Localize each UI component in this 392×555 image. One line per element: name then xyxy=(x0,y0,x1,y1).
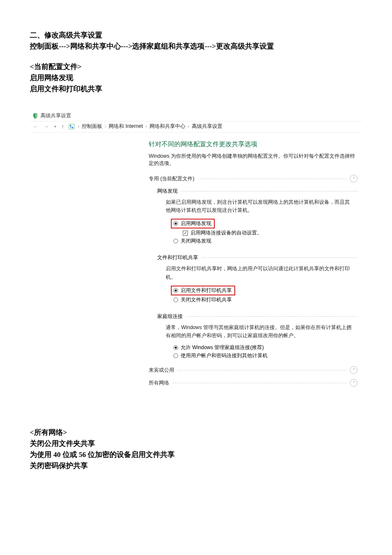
doc-close-password: 关闭密码保护共享 xyxy=(30,460,362,471)
divider-dots xyxy=(186,316,357,317)
doc-heading: 二、修改高级共享设置 xyxy=(30,30,362,41)
doc-close-public: 关闭公用文件夹共享 xyxy=(30,438,362,449)
profile-all-label: 所有网络 xyxy=(149,379,169,387)
radio-label: 关闭文件和打印机共享 xyxy=(181,296,232,304)
network-icon xyxy=(69,124,75,130)
checkbox-icon[interactable]: ✓ xyxy=(183,231,188,236)
screenshot-window: 高级共享设置 ← → ▾ ↑ › 控制面板 › 网络和 Internet › 网 xyxy=(30,111,362,396)
highlight-box-netdiscovery: 启用网络发现 xyxy=(171,219,215,228)
crumb-sep: › xyxy=(145,124,147,129)
address-bar: ← → ▾ ↑ › 控制面板 › 网络和 Internet › 网络和共享中心 … xyxy=(30,121,362,133)
nav-forward-icon[interactable]: → xyxy=(43,122,50,130)
radio-disable-discovery[interactable]: 关闭网络发现 xyxy=(173,237,357,245)
radio-icon[interactable] xyxy=(173,239,178,243)
doc-bottom: <所有网络> 关闭公用文件夹共享 为使用 40 位或 56 位加密的设备启用文件… xyxy=(30,427,362,471)
breadcrumb[interactable]: › 控制面板 › 网络和 Internet › 网络和共享中心 › 高级共享设置 xyxy=(78,123,222,130)
radio-label: 关闭网络发现 xyxy=(181,237,211,245)
divider-dots xyxy=(202,257,357,258)
radio-disable-fileprint[interactable]: 关闭文件和打印机共享 xyxy=(173,296,357,304)
radio-homegroup-user[interactable]: 使用用户帐户和密码连接到其他计算机 xyxy=(173,352,357,359)
homegroup-blurb: 通常，Windows 管理与其他家庭组计算机的连接。但是，如果你在所有计算机上拥… xyxy=(166,324,353,340)
crumb-item[interactable]: 控制面板 xyxy=(82,123,102,130)
crumb-item[interactable]: 网络和 Internet xyxy=(109,123,143,130)
profile-guest-label: 来宾或公用 xyxy=(149,367,174,374)
nav-up-icon[interactable]: ↑ xyxy=(61,122,65,130)
radio-icon[interactable] xyxy=(173,288,178,293)
doc-intro: 二、修改高级共享设置 控制面板--->网络和共享中心--->选择家庭组和共享选项… xyxy=(30,30,362,95)
shield-icon xyxy=(33,113,38,119)
svg-rect-0 xyxy=(70,125,71,126)
radio-icon[interactable] xyxy=(173,298,178,302)
highlight-box-fileprint: 启用文件和打印机共享 xyxy=(171,286,235,295)
section-label: 网络发现 xyxy=(157,188,178,195)
chevron-up-icon[interactable]: ˄ xyxy=(350,175,357,182)
crumb-sep: › xyxy=(105,124,106,129)
page-desc: Windows 为你所使用的每个网络创建单独的网络配置文件。你可以针对每个配置文… xyxy=(149,153,357,167)
chevron-down-icon[interactable]: ˅ xyxy=(350,379,357,387)
crumb-item[interactable]: 高级共享设置 xyxy=(192,123,222,130)
crumb-sep: › xyxy=(78,124,79,129)
content-left-gutter xyxy=(30,133,149,396)
profile-private-label: 专用 (当前配置文件) xyxy=(149,175,194,182)
profile-guest-header[interactable]: 来宾或公用 ˅ xyxy=(149,366,357,374)
divider-dots xyxy=(178,370,346,370)
radio-homegroup-allow[interactable]: 允许 Windows 管理家庭组连接(推荐) xyxy=(173,344,357,351)
section-label: 文件和打印机共享 xyxy=(157,254,198,261)
section-homegroup: 家庭组连接 xyxy=(157,313,357,320)
window-title: 高级共享设置 xyxy=(40,112,71,119)
divider-dots xyxy=(198,179,346,179)
svg-rect-1 xyxy=(72,127,73,128)
doc-enable-discovery: 启用网络发现 xyxy=(30,72,362,84)
radio-icon[interactable] xyxy=(173,221,178,226)
nav-back-icon[interactable]: ← xyxy=(32,122,39,130)
section-file-printer: 文件和打印机共享 xyxy=(157,254,357,261)
nav-history-icon[interactable]: ▾ xyxy=(53,123,57,130)
crumb-item[interactable]: 网络和共享中心 xyxy=(150,123,185,130)
chevron-down-icon[interactable]: ˅ xyxy=(350,366,357,374)
netdiscovery-blurb: 如果已启用网络发现，则这台计算机可以发现网络上的其他计算机和设备，而且其他网络计… xyxy=(166,198,353,214)
radio-enable-fileprint[interactable]: 启用文件和打印机共享 xyxy=(181,287,232,294)
page-title: 针对不同的网络配置文件更改共享选项 xyxy=(149,140,357,148)
checkbox-auto-setup[interactable]: ✓ 启用网络连接设备的自动设置。 xyxy=(183,229,357,237)
radio-label: 允许 Windows 管理家庭组连接(推荐) xyxy=(181,344,264,351)
section-label: 家庭组连接 xyxy=(157,313,183,320)
fileprint-blurb: 启用文件和打印机共享时，网络上的用户可以访问通过此计算机共享的文件和打印机。 xyxy=(166,265,353,281)
radio-label: 使用用户帐户和密码连接到其他计算机 xyxy=(181,352,268,359)
content-main: 针对不同的网络配置文件更改共享选项 Windows 为你所使用的每个网络创建单独… xyxy=(149,133,362,396)
divider-dots xyxy=(173,383,346,383)
profile-private-header[interactable]: 专用 (当前配置文件) ˄ xyxy=(149,175,357,182)
divider-dots xyxy=(181,191,357,191)
profile-all-header[interactable]: 所有网络 ˅ xyxy=(149,379,357,387)
checkbox-label: 启用网络连接设备的自动设置。 xyxy=(190,229,262,237)
doc-allnet: <所有网络> xyxy=(30,427,362,438)
radio-icon[interactable] xyxy=(173,353,178,358)
doc-path: 控制面板--->网络和共享中心--->选择家庭组和共享选项--->更改高级共享设… xyxy=(30,41,362,52)
window-titlebar: 高级共享设置 xyxy=(30,111,362,121)
crumb-sep: › xyxy=(188,124,189,129)
doc-curprofile: <当前配置文件> xyxy=(30,61,362,72)
radio-enable-discovery[interactable]: 启用网络发现 xyxy=(181,220,211,227)
section-network-discovery: 网络发现 xyxy=(157,188,357,195)
radio-icon[interactable] xyxy=(173,345,178,350)
doc-encrypt: 为使用 40 位或 56 位加密的设备启用文件共享 xyxy=(30,449,362,460)
doc-enable-fileprint: 启用文件和打印机共享 xyxy=(30,84,362,95)
